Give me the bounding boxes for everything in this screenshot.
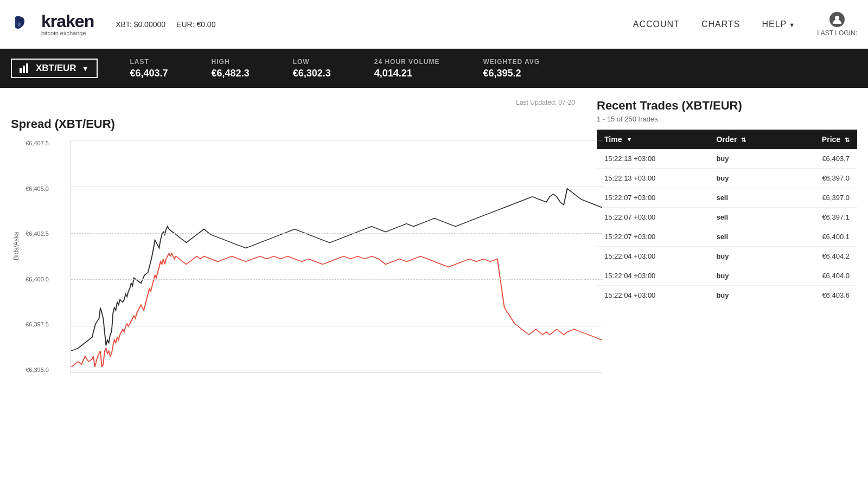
y-label-4: €6,397.5 — [22, 321, 49, 328]
col-time-label: Time — [604, 135, 622, 144]
user-icon — [829, 12, 845, 27]
trade-time: 15:22:07 +03:00 — [597, 227, 709, 247]
person-icon — [832, 15, 842, 24]
nav-account[interactable]: ACCOUNT — [633, 20, 680, 29]
eur-value: €0.00 — [196, 20, 215, 29]
trade-order: sell — [709, 227, 784, 247]
chart-area: Last Updated: 07-20 Spread (XBT/EUR) Bid… — [11, 99, 575, 373]
xbt-balance: XBT: $0.00000 — [116, 20, 165, 29]
y-label-3: €6,400.0 — [22, 276, 49, 282]
trade-order: buy — [709, 247, 784, 266]
grid-line-0 — [71, 140, 602, 140]
nav-charts[interactable]: CHARTS — [701, 20, 741, 29]
grid-line-2 — [71, 233, 602, 234]
trade-time: 15:22:04 +03:00 — [597, 286, 709, 305]
trades-tbody: 15:22:13 +03:00 buy €6,403.7 15:22:13 +0… — [597, 149, 857, 305]
y-label-2: €6,402.5 — [22, 230, 49, 237]
svg-point-0 — [17, 22, 21, 27]
table-row: 15:22:07 +03:00 sell €6,400.1 — [597, 227, 857, 247]
svg-point-1 — [835, 16, 839, 20]
trade-price: €6,397.0 — [784, 169, 857, 188]
trade-order: buy — [709, 169, 784, 188]
weighted-label: WEIGHTED AVG — [483, 58, 540, 66]
col-time-sort-icon: ▼ — [626, 136, 632, 143]
stat-high: HIGH €6,482.3 — [212, 58, 250, 79]
stat-volume: 24 HOUR VOLUME 4,014.21 — [374, 58, 440, 79]
volume-label: 24 HOUR VOLUME — [374, 58, 440, 66]
grid-line-5 — [71, 373, 602, 373]
grid-line-1 — [71, 187, 602, 187]
pair-selector[interactable]: XBT/EUR ▼ — [11, 59, 98, 78]
trade-price: €6,403.7 — [784, 149, 857, 169]
last-value: €6,403.7 — [130, 68, 168, 79]
trade-order: sell — [709, 188, 784, 208]
xbt-label: XBT: — [116, 20, 132, 29]
pair-label: XBT/EUR — [36, 63, 76, 74]
nav-links: ACCOUNT CHARTS HELP — [633, 20, 795, 29]
col-order[interactable]: Order ⇅ — [709, 130, 784, 149]
table-row: 15:22:13 +03:00 buy €6,403.7 — [597, 149, 857, 169]
col-price-sort-icon: ⇅ — [845, 137, 850, 144]
trades-subtitle: 1 - 15 of 250 trades — [597, 115, 857, 123]
pair-dropdown-icon: ▼ — [82, 65, 89, 73]
col-order-sort-icon: ⇅ — [741, 137, 746, 144]
main-content: Last Updated: 07-20 Spread (XBT/EUR) Bid… — [0, 88, 868, 373]
trade-price: €6,404.2 — [784, 247, 857, 266]
low-label: LOW — [293, 58, 310, 66]
stat-last: LAST €6,403.7 — [130, 58, 168, 79]
trades-thead: Time ▼ Order ⇅ Price ⇅ — [597, 130, 857, 149]
table-row: 15:22:04 +03:00 buy €6,404.0 — [597, 266, 857, 286]
y-label-5: €6,395.0 — [22, 367, 49, 373]
trade-time: 15:22:04 +03:00 — [597, 266, 709, 286]
y-label-1: €6,405.0 — [22, 185, 49, 192]
weighted-value: €6,395.2 — [483, 68, 521, 79]
trade-order: buy — [709, 266, 784, 286]
high-label: HIGH — [212, 58, 230, 66]
nav-help[interactable]: HELP — [762, 20, 795, 29]
trade-time: 15:22:13 +03:00 — [597, 149, 709, 169]
last-label: LAST — [130, 58, 149, 66]
grid-line-3 — [71, 279, 602, 280]
spread-chart — [71, 140, 602, 373]
last-login-label: LAST LOGIN: — [817, 29, 857, 37]
xbt-value: $0.00000 — [134, 20, 165, 29]
trade-price: €6,403.6 — [784, 286, 857, 305]
trade-order: buy — [709, 286, 784, 305]
asks-line — [71, 254, 602, 368]
trade-order: buy — [709, 149, 784, 169]
trade-time: 15:22:04 +03:00 — [597, 247, 709, 266]
svg-rect-2 — [20, 68, 22, 73]
ticker-stats: LAST €6,403.7 HIGH €6,482.3 LOW €6,302.3… — [130, 58, 858, 79]
table-row: 15:22:04 +03:00 buy €6,404.2 — [597, 247, 857, 266]
trade-time: 15:22:07 +03:00 — [597, 188, 709, 208]
eur-balance: EUR: €0.00 — [176, 20, 215, 29]
volume-value: 4,014.21 — [374, 68, 412, 79]
col-price-label: Price — [822, 135, 840, 144]
spread-title: Spread (XBT/EUR) — [11, 117, 575, 131]
grid-line-4 — [71, 326, 602, 326]
y-label-0: €6,407.5 — [22, 140, 49, 146]
col-time[interactable]: Time ▼ — [597, 130, 709, 149]
header-balance: XBT: $0.00000 EUR: €0.00 — [116, 20, 215, 29]
trades-area: Recent Trades (XBT/EUR) 1 - 15 of 250 tr… — [597, 99, 857, 373]
svg-rect-4 — [26, 63, 28, 73]
bids-line — [71, 189, 602, 351]
table-row: 15:22:07 +03:00 sell €6,397.1 — [597, 208, 857, 227]
user-section[interactable]: LAST LOGIN: — [817, 12, 857, 37]
trades-header-row: Time ▼ Order ⇅ Price ⇅ — [597, 130, 857, 149]
y-labels: €6,407.5 €6,405.0 €6,402.5 €6,400.0 €6,3… — [22, 140, 49, 373]
chart-wrapper: Bids/Asks €6,407.5 €6,405.0 €6,402.5 €6,… — [11, 140, 575, 373]
trades-table: Time ▼ Order ⇅ Price ⇅ 15:22:13 +0 — [597, 130, 857, 305]
logo-text: kraken bitcoin exchange — [41, 12, 94, 36]
table-row: 15:22:13 +03:00 buy €6,397.0 — [597, 169, 857, 188]
stat-low: LOW €6,302.3 — [293, 58, 331, 79]
last-updated: Last Updated: 07-20 — [11, 99, 575, 106]
y-axis-label: Bids/Asks — [12, 232, 20, 260]
high-value: €6,482.3 — [212, 68, 250, 79]
trade-price: €6,397.0 — [784, 188, 857, 208]
col-price[interactable]: Price ⇅ — [784, 130, 857, 149]
trade-time: 15:22:13 +03:00 — [597, 169, 709, 188]
y-axis-container: Bids/Asks — [11, 140, 22, 373]
col-order-label: Order — [716, 135, 737, 144]
trade-price: €6,404.0 — [784, 266, 857, 286]
